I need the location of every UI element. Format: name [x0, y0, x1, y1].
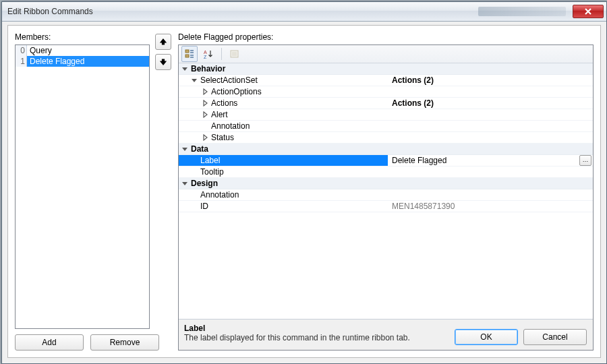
expander-open-icon[interactable] [181, 146, 188, 152]
property-name: Alert [211, 110, 228, 119]
alphabetical-icon: A Z [203, 49, 214, 59]
property-pages-button[interactable] [227, 46, 243, 62]
property-row[interactable]: ActionsActions (2) [179, 98, 593, 109]
categorized-icon [184, 49, 195, 59]
property-row[interactable]: SelectActionSetActions (2) [179, 75, 593, 86]
members-label: Members: [15, 32, 150, 42]
list-item-name: Delete Flagged [27, 56, 149, 67]
property-name-cell: Actions [179, 98, 388, 109]
ok-button[interactable]: OK [455, 329, 518, 345]
svg-text:A: A [204, 50, 207, 55]
expander-closed-icon[interactable] [202, 111, 208, 118]
expander-none [191, 169, 198, 175]
property-value-cell[interactable] [388, 166, 593, 177]
property-grid: A Z [178, 44, 594, 351]
svg-text:Z: Z [204, 55, 207, 59]
property-value-cell[interactable]: MEN1485871390 [388, 201, 593, 212]
property-category-header[interactable]: Behavior [179, 63, 593, 75]
list-index: 0 [16, 45, 27, 56]
expander-none [191, 157, 198, 164]
property-value: Delete Flagged [392, 156, 446, 165]
list-item-name: Query [27, 45, 149, 56]
arrow-down-icon [160, 59, 167, 65]
expander-open-icon[interactable] [191, 77, 198, 84]
categorized-view-button[interactable] [181, 46, 198, 62]
close-button[interactable] [573, 5, 604, 18]
expander-open-icon[interactable] [181, 180, 188, 187]
property-name: ActionOptions [211, 87, 262, 96]
expander-none [191, 203, 198, 210]
members-list-item[interactable]: 1Delete Flagged [16, 56, 149, 67]
svg-rect-1 [185, 55, 189, 57]
remove-button[interactable]: Remove [90, 334, 159, 351]
property-row[interactable]: Annotation [179, 189, 593, 201]
property-category-name: Design [191, 179, 218, 188]
property-name-cell: SelectActionSet [179, 75, 388, 86]
properties-heading: Delete Flagged properties: [178, 32, 594, 42]
property-row[interactable]: Alert [179, 109, 593, 121]
titlebar-ghost-text [478, 7, 566, 16]
property-name-cell: Status [179, 132, 388, 143]
expander-open-icon[interactable] [181, 65, 188, 72]
list-index: 1 [16, 56, 27, 67]
property-value: Actions (2) [392, 75, 434, 85]
property-value-cell[interactable]: Delete Flagged… [388, 155, 593, 166]
add-button[interactable]: Add [15, 334, 84, 351]
window-title: Edit Ribbon Commands [7, 7, 478, 16]
property-row[interactable]: LabelDelete Flagged… [179, 155, 593, 166]
property-name-cell: Annotation [179, 121, 388, 131]
alphabetical-view-button[interactable]: A Z [200, 46, 216, 62]
members-panel: Members: 0Query1Delete Flagged Add Remov… [15, 32, 150, 351]
move-up-button[interactable] [155, 34, 171, 50]
property-category-header[interactable]: Data [179, 144, 593, 155]
property-rows[interactable]: BehaviorSelectActionSetActions (2)Action… [179, 63, 593, 319]
arrow-up-icon [160, 38, 167, 45]
svg-rect-0 [185, 50, 189, 53]
property-category-name: Behavior [191, 64, 225, 73]
property-name-cell: Annotation [179, 189, 388, 200]
expander-none [202, 123, 208, 129]
property-name-cell: ActionOptions [179, 86, 388, 97]
ellipsis-button[interactable]: … [579, 155, 591, 166]
property-name: SelectActionSet [200, 75, 258, 85]
property-row[interactable]: ActionOptions [179, 86, 593, 98]
move-down-button[interactable] [155, 54, 171, 70]
title-bar[interactable]: Edit Ribbon Commands [2, 2, 606, 22]
property-name: Status [211, 133, 234, 142]
property-value-cell[interactable]: Actions (2) [388, 75, 593, 86]
property-value-cell[interactable] [388, 132, 593, 143]
property-name: Annotation [211, 121, 250, 131]
property-name: Tooltip [200, 167, 224, 177]
members-list-item[interactable]: 0Query [16, 45, 149, 56]
property-name: Label [200, 156, 220, 165]
property-name: Annotation [200, 190, 239, 200]
property-name-cell: Label [179, 155, 388, 166]
property-category-name: Data [191, 144, 208, 154]
property-name-cell: Tooltip [179, 166, 388, 177]
expander-none [191, 191, 198, 198]
property-value-cell[interactable] [388, 189, 593, 200]
properties-panel: Delete Flagged properties: [178, 32, 594, 351]
expander-closed-icon[interactable] [202, 134, 208, 141]
property-category-header[interactable]: Design [179, 178, 593, 189]
reorder-panel [155, 32, 173, 351]
expander-closed-icon[interactable] [202, 88, 208, 95]
property-row[interactable]: Annotation [179, 121, 593, 132]
property-pages-icon [229, 49, 240, 59]
property-value: Actions (2) [392, 98, 434, 108]
property-value-cell[interactable] [388, 121, 593, 131]
propertygrid-toolbar: A Z [179, 45, 593, 63]
property-value: MEN1485871390 [392, 202, 455, 211]
property-value-cell[interactable] [388, 109, 593, 120]
members-listbox[interactable]: 0Query1Delete Flagged [15, 44, 150, 329]
dialog-window: Edit Ribbon Commands Members: 0Query1Del… [1, 1, 607, 364]
property-row[interactable]: Tooltip [179, 166, 593, 178]
property-name: Actions [211, 98, 237, 108]
property-value-cell[interactable] [388, 86, 593, 97]
expander-closed-icon[interactable] [202, 100, 208, 107]
cancel-button[interactable]: Cancel [523, 329, 587, 345]
client-area: Members: 0Query1Delete Flagged Add Remov… [7, 25, 601, 358]
property-row[interactable]: Status [179, 132, 593, 144]
property-value-cell[interactable]: Actions (2) [388, 98, 593, 109]
property-row[interactable]: IDMEN1485871390 [179, 201, 593, 212]
